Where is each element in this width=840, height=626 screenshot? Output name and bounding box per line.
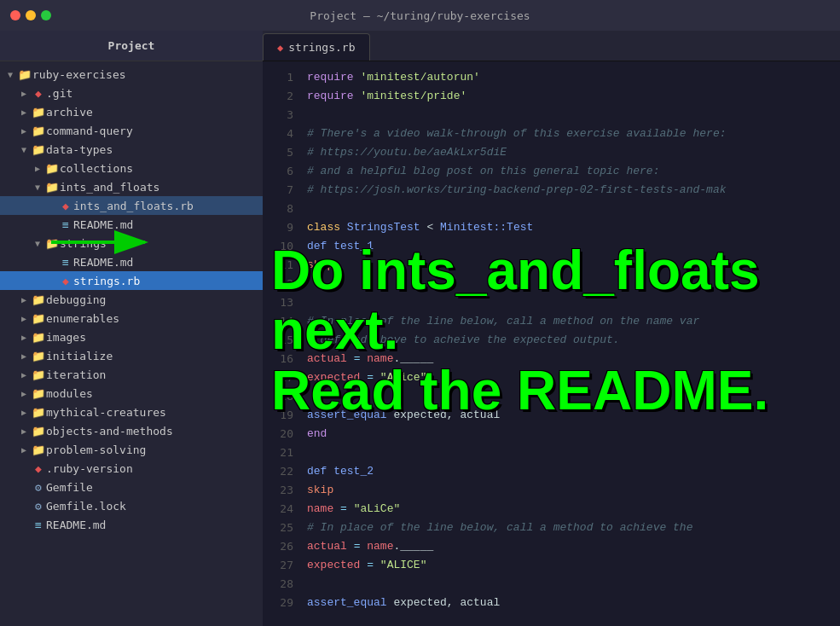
arrow-icon: ▶ [17, 314, 31, 323]
sidebar-item-archive[interactable]: ▶ 📁 archive [0, 102, 263, 121]
code-line-8 [307, 200, 840, 218]
code-line-15: # defined above to acheive the expected … [307, 331, 840, 350]
gem-lock-icon: ⚙ [31, 500, 46, 513]
folder-open-icon: 📁 [17, 68, 32, 81]
git-icon: ◆ [31, 87, 46, 100]
arrow-icon: ▶ [17, 445, 31, 455]
arrow-icon: ▶ [17, 89, 31, 98]
code-content: require 'minitest/autorun' require 'mini… [300, 61, 840, 626]
code-line-19: assert_equal expected, actual [307, 406, 840, 425]
gem-icon: ⚙ [31, 481, 46, 494]
sidebar-item-modules[interactable]: ▶ 📁 modules [0, 384, 263, 403]
folder-open-icon: 📁 [44, 181, 60, 194]
code-line-10: def test_1 [307, 237, 840, 256]
arrow-icon: ▼ [17, 145, 31, 154]
arrow-icon: ▶ [17, 126, 31, 136]
arrow-icon: ▶ [17, 333, 31, 342]
folder-open-icon: 📁 [44, 237, 60, 250]
sidebar-item-readme-strings[interactable]: ≡ README.md [0, 252, 263, 271]
folder-icon: 📁 [31, 406, 46, 419]
arrow-icon: ▶ [17, 107, 31, 117]
line-numbers: 12345 678910 1112131415 1617181920 21222… [263, 61, 300, 626]
sidebar-item-command-query[interactable]: ▶ 📁 command-query [0, 121, 263, 140]
fullscreen-button[interactable] [41, 10, 51, 20]
code-line-18 [307, 387, 840, 406]
folder-icon: 📁 [31, 331, 46, 344]
sidebar-item-git[interactable]: ▶ ◆ .git [0, 84, 263, 102]
folder-icon: 📁 [31, 387, 46, 400]
folder-icon: 📁 [31, 425, 46, 438]
code-line-25: # In place of the line below, call a met… [307, 519, 840, 537]
folder-icon: 📁 [31, 106, 46, 119]
sidebar-item-objects-and-methods[interactable]: ▶ 📁 objects-and-methods [0, 421, 263, 440]
ruby-file-icon: ◆ [277, 42, 283, 54]
readme-icon: ≡ [31, 519, 46, 531]
sidebar-item-gemfile[interactable]: ⚙ Gemfile [0, 478, 263, 496]
window-title: Project — ~/turing/ruby-exercises [310, 9, 530, 22]
code-line-23: skip [307, 481, 840, 500]
ruby-icon: ◆ [31, 462, 46, 475]
editor-area: ◆ strings.rb 12345 678910 1112131415 161… [263, 31, 840, 626]
code-line-2: require 'minitest/pride' [307, 87, 840, 106]
folder-icon: 📁 [31, 293, 46, 306]
sidebar-item-readme-root[interactable]: ≡ README.md [0, 515, 263, 534]
sidebar-item-ruby-exercises[interactable]: ▼ 📁 ruby-exercises [0, 65, 263, 84]
folder-icon: 📁 [31, 443, 46, 456]
tab-bar: ◆ strings.rb [263, 31, 840, 61]
code-line-24: name = "aLiCe" [307, 500, 840, 519]
sidebar-item-debugging[interactable]: ▶ 📁 debugging [0, 290, 263, 309]
code-line-9: class StringsTest < Minitest::Test [307, 218, 840, 237]
arrow-icon: ▼ [3, 70, 17, 79]
sidebar-item-mythical-creatures[interactable]: ▶ 📁 mythical-creatures [0, 403, 263, 421]
sidebar: Project ▼ 📁 ruby-exercises ▶ ◆ .git ▶ 📁 … [0, 31, 263, 626]
code-line-6: # and a helpful blog post on this genera… [307, 162, 840, 181]
ruby-icon: ◆ [58, 200, 73, 212]
minimize-button[interactable] [26, 10, 36, 20]
readme-icon: ≡ [58, 256, 73, 269]
sidebar-item-images[interactable]: ▶ 📁 images [0, 327, 263, 346]
arrow-icon: ▼ [31, 239, 44, 248]
arrow-icon: ▶ [17, 426, 31, 436]
close-button[interactable] [10, 10, 20, 20]
code-line-20: end [307, 425, 840, 443]
code-line-3 [307, 106, 840, 125]
sidebar-item-ruby-version[interactable]: ◆ .ruby-version [0, 459, 263, 478]
sidebar-item-ints-rb[interactable]: ◆ ints_and_floats.rb [0, 196, 263, 215]
main-content: Project ▼ 📁 ruby-exercises ▶ ◆ .git ▶ 📁 … [0, 31, 840, 626]
code-editor[interactable]: 12345 678910 1112131415 1617181920 21222… [263, 61, 840, 626]
arrow-icon: ▶ [17, 370, 31, 380]
code-line-14: # In place of the line below, call a met… [307, 312, 840, 331]
folder-icon: 📁 [31, 368, 46, 381]
code-line-4: # There's a video walk-through of this e… [307, 125, 840, 143]
readme-icon: ≡ [58, 218, 73, 231]
code-line-17: expected = "Alice" [307, 368, 840, 387]
sidebar-item-iteration[interactable]: ▶ 📁 iteration [0, 365, 263, 384]
arrow-icon: ▶ [17, 295, 31, 304]
tab-strings-rb[interactable]: ◆ strings.rb [263, 33, 370, 61]
sidebar-item-enumerables[interactable]: ▶ 📁 enumerables [0, 309, 263, 327]
arrow-icon: ▶ [31, 164, 44, 173]
sidebar-header: Project [0, 31, 263, 61]
arrow-icon: ▶ [17, 351, 31, 361]
traffic-lights [10, 10, 51, 20]
sidebar-item-collections[interactable]: ▶ 📁 collections [0, 159, 263, 177]
sidebar-item-readme-ints[interactable]: ≡ README.md [0, 215, 263, 234]
sidebar-item-strings-rb[interactable]: ◆ strings.rb [0, 271, 263, 290]
code-line-26: actual = name._____ [307, 537, 840, 556]
sidebar-item-problem-solving[interactable]: ▶ 📁 problem-solving [0, 440, 263, 459]
sidebar-item-strings[interactable]: ▼ 📁 strings [0, 234, 263, 252]
code-line-12 [307, 275, 840, 293]
sidebar-item-ints-and-floats[interactable]: ▼ 📁 ints_and_floats [0, 177, 263, 196]
arrow-icon: ▶ [17, 389, 31, 398]
sidebar-item-initialize[interactable]: ▶ 📁 initialize [0, 346, 263, 365]
folder-icon: 📁 [44, 162, 60, 175]
code-line-1: require 'minitest/autorun' [307, 68, 840, 87]
sidebar-tree[interactable]: ▼ 📁 ruby-exercises ▶ ◆ .git ▶ 📁 archive … [0, 61, 263, 626]
sidebar-item-gemfile-lock[interactable]: ⚙ Gemfile.lock [0, 496, 263, 515]
arrow-icon: ▶ [17, 408, 31, 417]
code-line-27: expected = "ALICE" [307, 556, 840, 575]
folder-icon: 📁 [31, 350, 46, 362]
sidebar-item-data-types[interactable]: ▼ 📁 data-types [0, 140, 263, 159]
code-line-21 [307, 443, 840, 462]
code-line-16: actual = name._____ [307, 350, 840, 368]
